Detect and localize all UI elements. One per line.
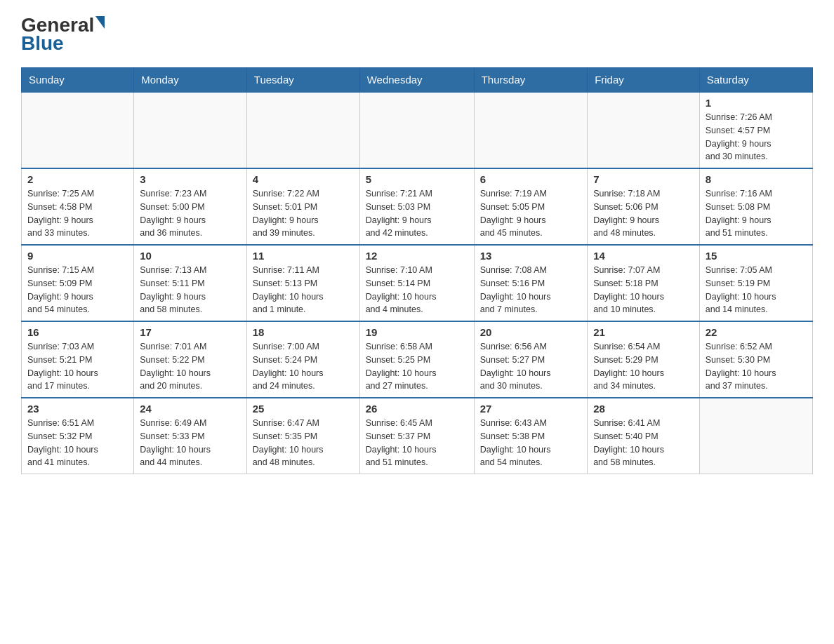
day-info: Sunrise: 7:03 AM Sunset: 5:21 PM Dayligh… <box>27 340 128 393</box>
calendar-cell: 6Sunrise: 7:19 AM Sunset: 5:05 PM Daylig… <box>474 168 587 245</box>
day-number: 16 <box>27 326 128 338</box>
calendar-cell <box>474 92 587 168</box>
day-info: Sunrise: 7:01 AM Sunset: 5:22 PM Dayligh… <box>140 340 241 393</box>
calendar-cell <box>359 92 474 168</box>
day-info: Sunrise: 7:16 AM Sunset: 5:08 PM Dayligh… <box>706 187 807 240</box>
day-info: Sunrise: 6:54 AM Sunset: 5:29 PM Dayligh… <box>593 340 694 393</box>
calendar-cell: 23Sunrise: 6:51 AM Sunset: 5:32 PM Dayli… <box>22 398 134 474</box>
calendar-cell: 5Sunrise: 7:21 AM Sunset: 5:03 PM Daylig… <box>359 168 474 245</box>
day-number: 23 <box>27 403 128 415</box>
day-number: 19 <box>366 326 468 338</box>
day-of-week-header: Monday <box>134 68 247 93</box>
calendar-cell: 11Sunrise: 7:11 AM Sunset: 5:13 PM Dayli… <box>246 245 359 321</box>
day-info: Sunrise: 7:26 AM Sunset: 4:57 PM Dayligh… <box>706 111 807 163</box>
day-number: 24 <box>140 403 241 415</box>
calendar-week-row: 16Sunrise: 7:03 AM Sunset: 5:21 PM Dayli… <box>22 321 813 398</box>
calendar-cell: 19Sunrise: 6:58 AM Sunset: 5:25 PM Dayli… <box>359 321 474 398</box>
day-info: Sunrise: 7:21 AM Sunset: 5:03 PM Dayligh… <box>366 187 468 240</box>
calendar-cell: 9Sunrise: 7:15 AM Sunset: 5:09 PM Daylig… <box>22 245 134 321</box>
day-info: Sunrise: 7:05 AM Sunset: 5:19 PM Dayligh… <box>706 264 807 316</box>
day-number: 2 <box>27 173 128 185</box>
calendar-cell: 7Sunrise: 7:18 AM Sunset: 5:06 PM Daylig… <box>588 168 700 245</box>
day-info: Sunrise: 7:07 AM Sunset: 5:18 PM Dayligh… <box>593 264 694 316</box>
day-number: 4 <box>253 173 354 185</box>
calendar-cell: 21Sunrise: 6:54 AM Sunset: 5:29 PM Dayli… <box>588 321 700 398</box>
day-number: 11 <box>253 250 354 262</box>
calendar-cell: 8Sunrise: 7:16 AM Sunset: 5:08 PM Daylig… <box>699 168 812 245</box>
day-info: Sunrise: 7:18 AM Sunset: 5:06 PM Dayligh… <box>593 187 694 240</box>
day-number: 12 <box>366 250 468 262</box>
logo-arrow-icon <box>95 16 105 29</box>
calendar-week-row: 9Sunrise: 7:15 AM Sunset: 5:09 PM Daylig… <box>22 245 813 321</box>
day-info: Sunrise: 6:47 AM Sunset: 5:35 PM Dayligh… <box>253 417 354 469</box>
day-info: Sunrise: 7:00 AM Sunset: 5:24 PM Dayligh… <box>253 340 354 393</box>
calendar-week-row: 23Sunrise: 6:51 AM Sunset: 5:32 PM Dayli… <box>22 398 813 474</box>
calendar-cell: 10Sunrise: 7:13 AM Sunset: 5:11 PM Dayli… <box>134 245 247 321</box>
calendar-cell: 25Sunrise: 6:47 AM Sunset: 5:35 PM Dayli… <box>246 398 359 474</box>
day-info: Sunrise: 6:51 AM Sunset: 5:32 PM Dayligh… <box>27 417 128 469</box>
calendar-cell: 1Sunrise: 7:26 AM Sunset: 4:57 PM Daylig… <box>699 92 812 168</box>
calendar-cell: 17Sunrise: 7:01 AM Sunset: 5:22 PM Dayli… <box>134 321 247 398</box>
day-info: Sunrise: 7:23 AM Sunset: 5:00 PM Dayligh… <box>140 187 241 240</box>
calendar-header-row: SundayMondayTuesdayWednesdayThursdayFrid… <box>22 68 813 93</box>
calendar-cell <box>588 92 700 168</box>
day-number: 5 <box>366 173 468 185</box>
calendar-cell: 22Sunrise: 6:52 AM Sunset: 5:30 PM Dayli… <box>699 321 812 398</box>
day-number: 8 <box>706 173 807 185</box>
day-number: 28 <box>593 403 694 415</box>
day-number: 21 <box>593 326 694 338</box>
day-number: 14 <box>593 250 694 262</box>
calendar-cell <box>134 92 247 168</box>
calendar-cell: 16Sunrise: 7:03 AM Sunset: 5:21 PM Dayli… <box>22 321 134 398</box>
day-info: Sunrise: 6:43 AM Sunset: 5:38 PM Dayligh… <box>480 417 581 469</box>
day-info: Sunrise: 6:41 AM Sunset: 5:40 PM Dayligh… <box>593 417 694 469</box>
day-info: Sunrise: 7:11 AM Sunset: 5:13 PM Dayligh… <box>253 264 354 316</box>
day-info: Sunrise: 7:19 AM Sunset: 5:05 PM Dayligh… <box>480 187 581 240</box>
day-number: 18 <box>253 326 354 338</box>
day-number: 7 <box>593 173 694 185</box>
calendar-cell: 2Sunrise: 7:25 AM Sunset: 4:58 PM Daylig… <box>22 168 134 245</box>
calendar-week-row: 2Sunrise: 7:25 AM Sunset: 4:58 PM Daylig… <box>22 168 813 245</box>
calendar-cell: 13Sunrise: 7:08 AM Sunset: 5:16 PM Dayli… <box>474 245 587 321</box>
calendar-week-row: 1Sunrise: 7:26 AM Sunset: 4:57 PM Daylig… <box>22 92 813 168</box>
calendar-cell: 20Sunrise: 6:56 AM Sunset: 5:27 PM Dayli… <box>474 321 587 398</box>
logo-blue-text: Blue <box>21 32 64 54</box>
calendar-cell <box>22 92 134 168</box>
day-of-week-header: Tuesday <box>246 68 359 93</box>
day-number: 17 <box>140 326 241 338</box>
day-number: 15 <box>706 250 807 262</box>
day-number: 10 <box>140 250 241 262</box>
calendar-cell: 3Sunrise: 7:23 AM Sunset: 5:00 PM Daylig… <box>134 168 247 245</box>
day-of-week-header: Saturday <box>699 68 812 93</box>
calendar-cell: 18Sunrise: 7:00 AM Sunset: 5:24 PM Dayli… <box>246 321 359 398</box>
calendar-cell: 27Sunrise: 6:43 AM Sunset: 5:38 PM Dayli… <box>474 398 587 474</box>
calendar-cell: 14Sunrise: 7:07 AM Sunset: 5:18 PM Dayli… <box>588 245 700 321</box>
day-of-week-header: Wednesday <box>359 68 474 93</box>
calendar-cell: 26Sunrise: 6:45 AM Sunset: 5:37 PM Dayli… <box>359 398 474 474</box>
day-number: 6 <box>480 173 581 185</box>
day-number: 25 <box>253 403 354 415</box>
calendar-cell: 12Sunrise: 7:10 AM Sunset: 5:14 PM Dayli… <box>359 245 474 321</box>
day-of-week-header: Thursday <box>474 68 587 93</box>
day-info: Sunrise: 6:56 AM Sunset: 5:27 PM Dayligh… <box>480 340 581 393</box>
day-number: 27 <box>480 403 581 415</box>
calendar-table: SundayMondayTuesdayWednesdayThursdayFrid… <box>21 67 813 474</box>
day-of-week-header: Friday <box>588 68 700 93</box>
day-number: 20 <box>480 326 581 338</box>
calendar-cell: 4Sunrise: 7:22 AM Sunset: 5:01 PM Daylig… <box>246 168 359 245</box>
day-number: 13 <box>480 250 581 262</box>
day-info: Sunrise: 7:13 AM Sunset: 5:11 PM Dayligh… <box>140 264 241 316</box>
day-info: Sunrise: 6:49 AM Sunset: 5:33 PM Dayligh… <box>140 417 241 469</box>
day-number: 26 <box>366 403 468 415</box>
day-info: Sunrise: 7:15 AM Sunset: 5:09 PM Dayligh… <box>27 264 128 316</box>
day-number: 9 <box>27 250 128 262</box>
day-number: 1 <box>706 97 807 109</box>
day-info: Sunrise: 7:22 AM Sunset: 5:01 PM Dayligh… <box>253 187 354 240</box>
calendar-cell: 24Sunrise: 6:49 AM Sunset: 5:33 PM Dayli… <box>134 398 247 474</box>
calendar-cell <box>246 92 359 168</box>
day-info: Sunrise: 7:10 AM Sunset: 5:14 PM Dayligh… <box>366 264 468 316</box>
day-info: Sunrise: 6:58 AM Sunset: 5:25 PM Dayligh… <box>366 340 468 393</box>
day-info: Sunrise: 7:08 AM Sunset: 5:16 PM Dayligh… <box>480 264 581 316</box>
day-info: Sunrise: 7:25 AM Sunset: 4:58 PM Dayligh… <box>27 187 128 240</box>
day-of-week-header: Sunday <box>22 68 134 93</box>
